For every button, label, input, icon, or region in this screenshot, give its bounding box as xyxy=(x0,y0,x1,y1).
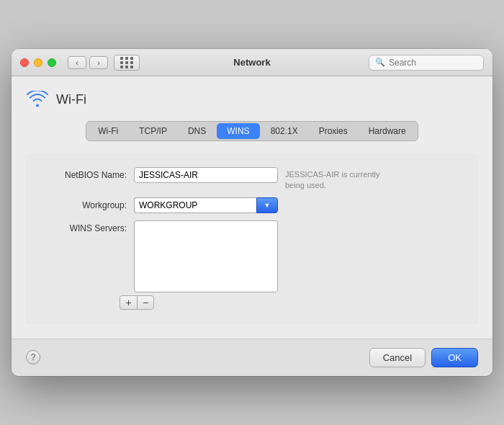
bottom-bar: ? Cancel OK xyxy=(12,339,492,376)
window-title: Network xyxy=(233,57,270,68)
content-area: Wi-Fi Wi-Fi TCP/IP DNS WINS 802.1X Proxi… xyxy=(12,76,492,339)
wifi-icon xyxy=(26,88,49,111)
plus-icon: + xyxy=(125,298,131,308)
forward-icon: › xyxy=(97,58,100,67)
wins-servers-label: WINS Servers: xyxy=(48,220,134,233)
bottom-actions: Cancel OK xyxy=(369,348,478,367)
netbios-hint: JESSICAS-AIR is currently being used. xyxy=(285,167,386,190)
apps-button[interactable] xyxy=(114,55,140,71)
tab-wins[interactable]: WINS xyxy=(217,123,259,139)
back-icon: ‹ xyxy=(76,58,78,67)
apps-grid-icon xyxy=(120,57,134,68)
netbios-label: NetBIOS Name: xyxy=(48,167,134,180)
netbios-input[interactable] xyxy=(134,167,278,183)
form-section: NetBIOS Name: JESSICAS-AIR is currently … xyxy=(26,167,478,292)
minus-icon: − xyxy=(143,298,148,308)
nav-buttons: ‹ › xyxy=(68,56,108,69)
titlebar: ‹ › Network 🔍 xyxy=(12,49,492,76)
back-button[interactable]: ‹ xyxy=(68,56,86,69)
tab-tcpip[interactable]: TCP/IP xyxy=(129,123,177,139)
wifi-label: Wi-Fi xyxy=(56,92,86,107)
add-remove-buttons: + − xyxy=(120,295,478,310)
search-input[interactable] xyxy=(389,58,477,68)
chevron-down-icon: ▼ xyxy=(264,202,271,209)
tab-hardware[interactable]: Hardware xyxy=(359,123,416,139)
ok-button[interactable]: OK xyxy=(431,348,478,367)
tab-wifi[interactable]: Wi-Fi xyxy=(88,123,128,139)
tab-dns[interactable]: DNS xyxy=(178,123,216,139)
cancel-button[interactable]: Cancel xyxy=(369,348,426,367)
workgroup-select-wrapper: ▼ xyxy=(134,197,278,213)
help-button[interactable]: ? xyxy=(26,350,40,364)
close-button[interactable] xyxy=(20,58,29,67)
traffic-lights xyxy=(20,58,56,67)
remove-server-button[interactable]: − xyxy=(137,295,154,310)
wins-servers-textarea[interactable] xyxy=(134,220,278,292)
tab-proxies[interactable]: Proxies xyxy=(309,123,358,139)
search-box[interactable]: 🔍 xyxy=(369,55,484,71)
tab-8021x[interactable]: 802.1X xyxy=(261,123,308,139)
maximize-button[interactable] xyxy=(48,58,56,67)
wins-panel: NetBIOS Name: JESSICAS-AIR is currently … xyxy=(26,153,478,324)
forward-button[interactable]: › xyxy=(89,56,108,69)
workgroup-label: Workgroup: xyxy=(48,197,134,210)
netbios-row: NetBIOS Name: JESSICAS-AIR is currently … xyxy=(48,167,456,190)
wifi-header: Wi-Fi xyxy=(26,88,478,111)
question-mark-icon: ? xyxy=(31,352,36,362)
wins-servers-row: WINS Servers: xyxy=(48,220,456,292)
minimize-button[interactable] xyxy=(34,58,42,67)
tabs-bar: Wi-Fi TCP/IP DNS WINS 802.1X Proxies Har… xyxy=(86,121,418,141)
workgroup-dropdown-button[interactable]: ▼ xyxy=(256,197,278,213)
workgroup-input[interactable] xyxy=(134,197,256,213)
network-window: ‹ › Network 🔍 xyxy=(12,49,492,376)
search-icon: 🔍 xyxy=(375,58,385,67)
workgroup-row: Workgroup: ▼ xyxy=(48,197,456,213)
add-server-button[interactable]: + xyxy=(120,295,137,310)
